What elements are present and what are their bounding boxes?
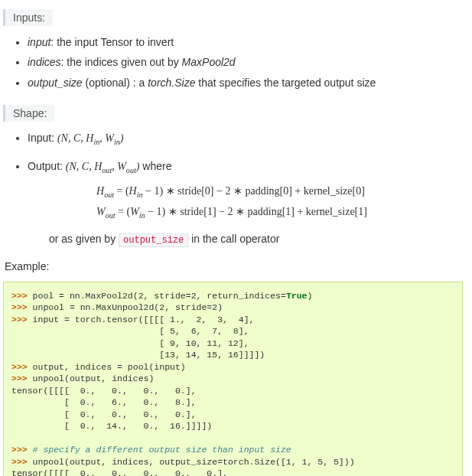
- ref-maxpool2d: MaxPool2d: [182, 56, 236, 68]
- input-item-indices: indices: the indices given out by MaxPoo…: [28, 54, 463, 70]
- input-item-output-size: output_size (optional) : a torch.Size th…: [28, 74, 463, 91]
- or-as-given: or as given by output_size in the call o…: [49, 230, 463, 248]
- inputs-heading: Inputs:: [3, 9, 53, 26]
- formula-wout: Wout = (Win − 1) ∗ stride[1] − 2 ∗ paddi…: [96, 202, 463, 223]
- shape-input-line: Input: (N, C, Hin, Win): [28, 129, 463, 148]
- code-example: >>> pool = nn.MaxPool2d(2, stride=2, ret…: [3, 282, 463, 476]
- ref-torch-size: torch.Size: [148, 77, 195, 89]
- shape-heading: Shape:: [3, 105, 54, 122]
- shape-list: Input: (N, C, Hin, Win) Output: (N, C, H…: [3, 129, 463, 248]
- shape-output-line: Output: (N, C, Hout, Wout) where Hout = …: [28, 158, 463, 248]
- param-name: output_size: [28, 77, 83, 89]
- inputs-list: input: the input Tensor to invert indice…: [3, 34, 463, 91]
- param-name: input: [28, 36, 50, 48]
- formula-block: Hout = (Hin − 1) ∗ stride[0] − 2 ∗ paddi…: [96, 181, 463, 223]
- output-size-code: output_size: [119, 233, 188, 247]
- shape-input-expr: (N, C, Hin, Win): [57, 132, 124, 144]
- formula-hout: Hout = (Hin − 1) ∗ stride[0] − 2 ∗ paddi…: [96, 181, 463, 202]
- input-item-input: input: the input Tensor to invert: [28, 34, 463, 51]
- shape-output-expr: (N, C, Hout, Wout): [66, 161, 140, 172]
- example-heading: Example:: [5, 260, 463, 272]
- param-name: indices: [28, 56, 61, 68]
